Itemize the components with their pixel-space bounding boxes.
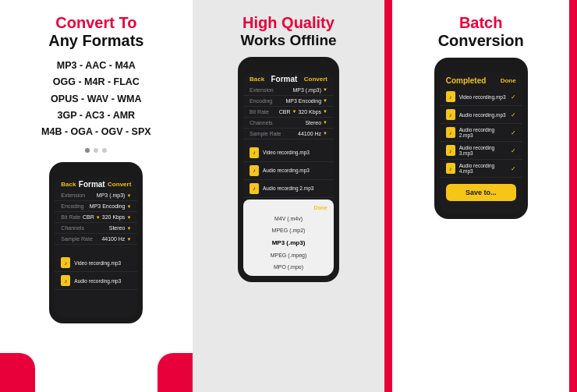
phone-notch-3: [465, 64, 497, 69]
dropdown-mpo[interactable]: MPO (.mpo): [243, 261, 334, 273]
convert-label-1: Convert: [108, 181, 131, 188]
completed-icon-4: [446, 145, 455, 156]
phone-notch: [80, 168, 112, 174]
back-label-2: Back: [250, 76, 264, 83]
file-item-1a: Video recording.mp3: [55, 254, 137, 272]
completed-icon-5: [446, 163, 455, 174]
phone-mockup-1: Back Format Convert Extension MP3 (.mp3)…: [49, 162, 143, 323]
completed-icon-3: [446, 127, 455, 138]
completed-file-2: Audio recording.mp3 ✓: [440, 106, 522, 124]
file-name-2c: Audio recording 2.mp3: [263, 185, 313, 191]
panel1-title: Convert To Any Formats: [48, 14, 143, 50]
format-row-2: OGG - M4R - FLAC: [41, 74, 151, 90]
format-title-1: Format: [79, 180, 105, 189]
file-item-2c: Audio recording 2.mp3: [243, 180, 334, 198]
format-row-3: OPUS - WAV - WMA: [41, 91, 151, 108]
label-extension-1: Extension: [61, 192, 85, 198]
phone-mockup-3: Completed Done Video recording.mp3 ✓ Aud…: [434, 58, 528, 219]
completed-icon-1: [446, 91, 455, 102]
panel-quality: High Quality Works Offline Back Format C…: [193, 0, 385, 392]
red-corner-right: [158, 353, 193, 392]
back-label-1: Back: [61, 181, 76, 188]
format-title-2: Format: [271, 75, 297, 83]
dot-2: [94, 148, 98, 153]
panel-batch: Batch Conversion Completed Done Video re…: [384, 0, 577, 392]
convert-label-2: Convert: [304, 76, 327, 83]
completed-name-2: Audio recording.mp3: [459, 112, 506, 118]
panel1-title-black: Any Formats: [48, 32, 143, 50]
file-name-1b: Audio recording.mp3: [74, 278, 121, 284]
completed-name-5: Audio recording 4.mp3: [459, 163, 507, 174]
row-extension-2: Extension MP3 (.mp3) ▼: [243, 85, 334, 96]
page-dots: [85, 148, 107, 153]
completed-file-4: Audio recording 3.mp3 ✓: [440, 142, 522, 160]
file-item-2b: Audio recording.mp3: [243, 162, 334, 180]
row-encoding-1: Encoding MP3 Encoding ▼: [55, 201, 137, 212]
dropdown-mp3[interactable]: MP3 (.mp3): [243, 236, 334, 249]
completed-file-1: Video recording.mp3 ✓: [440, 88, 522, 106]
file-name-2a: Video recording.mp3: [263, 150, 310, 155]
file-icon-2b: [250, 165, 259, 176]
row-bitrate-2: Bit Rate CBR ▼ 320 Kbps ▼: [243, 107, 334, 118]
dropdown-mp2[interactable]: MPEG (.mp2): [243, 224, 334, 236]
red-bar-left: [384, 0, 392, 392]
file-item-1b: Audio recording.mp3: [55, 272, 137, 290]
done-label[interactable]: Done: [501, 77, 516, 84]
file-item-2a: Video recording.mp3: [243, 144, 334, 162]
red-bar-right: [569, 0, 577, 392]
row-channels-1: Channels Stereo ▼: [55, 223, 137, 234]
file-name-2b: Audio recording.mp3: [263, 168, 310, 173]
check-4: ✓: [511, 147, 516, 154]
check-2: ✓: [511, 111, 516, 118]
red-corner-left: [0, 353, 35, 392]
row-bitrate-1: Bit Rate CBR ▼ 320 Kbps ▼: [55, 212, 137, 223]
format-row-5: M4B - OGA - OGV - SPX: [41, 124, 151, 140]
file-name-1a: Video recording.mp3: [74, 260, 121, 266]
row-samplerate-2: Sample Rate 44100 Hz ▼: [243, 129, 334, 139]
completed-icon-2: [446, 109, 455, 120]
dropdown-done-row: Done: [243, 203, 334, 213]
panel3-title: Batch Conversion: [438, 14, 524, 50]
completed-name-4: Audio recording 3.mp3: [459, 145, 507, 156]
check-3: ✓: [511, 129, 516, 136]
phone-screen-2: Back Format Convert Extension MP3 (.mp3)…: [243, 72, 334, 276]
dropdown-sheet: Done M4V (.m4v) MPEG (.mp2) MP3 (.mp3) M…: [243, 200, 334, 276]
file-icon-1b: [61, 275, 70, 286]
dot-1: [85, 148, 90, 153]
completed-file-3: Audio recording 2.mp3 ✓: [440, 124, 522, 142]
dropdown-m4v[interactable]: M4V (.m4v): [243, 213, 334, 224]
dropdown-mpeg[interactable]: MPEG (.mpeg): [243, 249, 334, 261]
file-icon-2c: [250, 183, 259, 194]
panel3-title-red: Batch: [438, 14, 524, 32]
panel1-title-red: Convert To: [55, 14, 136, 31]
row-extension-1: Extension MP3 (.mp3) ▼: [55, 190, 137, 201]
phone-screen-3: Completed Done Video recording.mp3 ✓ Aud…: [440, 72, 522, 213]
row-channels-2: Channels Stereo ▼: [243, 118, 334, 129]
save-button[interactable]: Save to...: [446, 184, 516, 201]
panel2-title: High Quality Works Offline: [240, 14, 336, 49]
completed-name-3: Audio recording 2.mp3: [459, 127, 507, 138]
value-extension-1: MP3 (.mp3) ▼: [97, 192, 132, 198]
file-icon-2a: [250, 147, 259, 158]
row-samplerate-1: Sample Rate 44100 Hz ▼: [55, 234, 137, 245]
dropdown-done-label[interactable]: Done: [314, 205, 328, 210]
panel3-title-black: Conversion: [438, 32, 524, 50]
completed-file-5: Audio recording 4.mp3 ✓: [440, 160, 522, 178]
check-5: ✓: [511, 165, 516, 172]
phone-mockup-2: Back Format Convert Extension MP3 (.mp3)…: [238, 57, 339, 282]
phone-notch-2: [273, 63, 304, 69]
format-row-4: 3GP - AC3 - AMR: [41, 108, 151, 124]
format-row-1: MP3 - AAC - M4A: [41, 58, 151, 74]
completed-name-1: Video recording.mp3: [459, 94, 506, 100]
file-icon-1a: [61, 257, 70, 268]
check-1: ✓: [511, 94, 516, 101]
panel2-title-black: Works Offline: [240, 32, 336, 49]
row-encoding-2: Encoding MP3 Encoding ▼: [243, 96, 334, 107]
completed-label: Completed: [446, 76, 487, 85]
completed-header: Completed Done: [440, 72, 522, 88]
panel2-title-red: High Quality: [240, 14, 336, 32]
format-list: MP3 - AAC - M4A OGG - M4R - FLAC OPUS - …: [41, 58, 151, 140]
phone-nav-1: Back Format Convert: [55, 177, 137, 190]
dot-3: [102, 148, 107, 153]
phone-screen-1: Back Format Convert Extension MP3 (.mp3)…: [55, 177, 137, 317]
